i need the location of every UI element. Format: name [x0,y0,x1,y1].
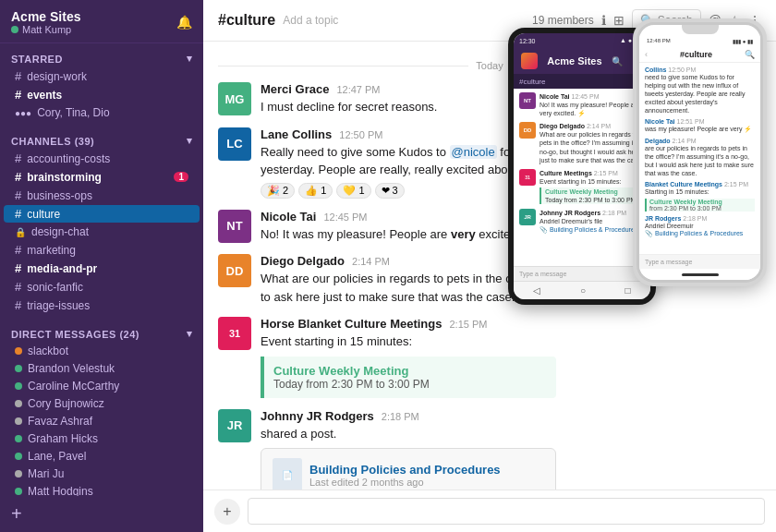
dm-avatar [15,435,22,442]
reactions: 🎉 2 👍 1 💛 1 ❤ 3 [261,183,761,199]
hash-icon: # [15,298,21,312]
member-count: 19 members [532,14,594,27]
message-row: LC Lane Collins 12:50 PM Really need to … [218,127,761,199]
sidebar-item-mari[interactable]: Mari Ju [4,466,200,482]
sidebar-item-sonic-fanfic[interactable]: # sonic-fanfic [4,278,200,296]
dm-avatar [15,488,22,495]
channels-section-title[interactable]: CHANNELS (39) ▾ [0,133,203,149]
sidebar-item-triage-issues[interactable]: # triage-issues [4,296,200,314]
reaction[interactable]: 🎉 2 [261,183,295,199]
dm-name: Mari Ju [28,467,64,480]
add-topic[interactable]: Add a topic [283,14,338,27]
sidebar-item-label: sonic-fanfic [27,281,83,294]
channels-section: CHANNELS (39) ▾ # accounting-costs # bra… [0,126,203,319]
search-box[interactable]: 🔍 Search [632,9,701,31]
sidebar-item-label: design-work [27,70,87,83]
search-icon: 🔍 [640,14,654,27]
message-content: Johnny JR Rodgers 2:18 PM shared a post.… [261,409,761,490]
message-header: Lane Collins 12:50 PM [261,127,761,141]
avatar: JR [218,409,251,442]
search-label: Search [658,14,693,27]
file-attachment: 📄 Building Policies and Procedures Last … [261,448,556,490]
sidebar-item-label: business-ops [27,189,92,202]
sidebar-item-label: triage-issues [27,299,90,312]
status-dot [11,26,18,33]
dm-section-title[interactable]: DIRECT MESSAGES (24) ▾ [0,326,203,342]
message-header: Diego Delgado 2:14 PM [261,254,761,268]
message-row: 31 Horse Blanket Culture Meetings 2:15 P… [218,317,761,398]
user-status: Matt Kump [11,24,80,35]
dm-avatar [15,470,22,478]
message-input[interactable] [248,498,765,525]
starred-section-title[interactable]: STARRED ▾ [0,51,203,66]
sidebar-item-label: brainstorming [27,171,102,184]
dm-name: Brandon Velestuk [28,362,115,375]
message-text: Event starting in 15 minutes: [261,332,761,351]
reaction[interactable]: 💛 1 [336,183,370,199]
dm-avatar [15,382,22,390]
file-info: Building Policies and Procedures Last ed… [309,463,501,488]
message-text: shared a post. [261,425,761,443]
message-row: DD Diego Delgado 2:14 PM What are our po… [218,254,761,306]
hash-icon: # [15,280,21,294]
hash-icon: # [15,88,21,102]
dm-name: Caroline McCarthy [28,380,119,393]
dm-avatar [15,400,22,407]
sidebar-item-favaz[interactable]: Favaz Ashraf [4,413,200,429]
at-icon[interactable]: @ [709,13,721,28]
reaction[interactable]: 👍 1 [298,183,333,199]
sidebar-item-cory[interactable]: Cory Bujnowicz [4,395,200,412]
sidebar-item-events[interactable]: # events [4,86,200,103]
hash-icon: # [15,207,21,221]
meeting-time-text: Today from 2:30 PM to 3:00 PM [273,378,547,391]
message-content: Nicole Tai 12:45 PM No! It was my pleasu… [261,210,761,244]
star-icon[interactable]: ☆ [729,13,741,28]
sidebar-item-brainstorming[interactable]: # brainstorming 1 [4,168,200,186]
sidebar-item-matt[interactable]: Matt Hodgins [4,483,200,496]
main-chat: #culture Add a topic 19 members ℹ ⊞ 🔍 Se… [203,0,776,532]
hash-icon: # [15,170,21,184]
dm-dots: ●●● [15,108,31,118]
sidebar-item-business-ops[interactable]: # business-ops [4,187,200,204]
sidebar-item-marketing[interactable]: # marketing [4,241,200,259]
bell-icon[interactable]: 🔔 [176,15,192,30]
sidebar-item-slackbot[interactable]: slackbot [4,343,200,359]
message-row: NT Nicole Tai 12:45 PM No! It was my ple… [218,210,761,244]
username: Matt Kump [22,24,71,35]
unread-badge: 1 [174,172,188,182]
dm-avatar [15,365,22,372]
dm-section: DIRECT MESSAGES (24) ▾ slackbot Brandon … [0,319,203,496]
meeting-title[interactable]: Culture Weekly Meeting [273,364,547,378]
lock-icon: 🔒 [15,227,26,237]
file-icon: 📄 [273,458,302,490]
sidebar-item-lane-pavel[interactable]: Lane, Pavel [4,448,200,465]
message-content: Lane Collins 12:50 PM Really need to giv… [261,127,761,199]
workspace-name[interactable]: Acme Sites [11,9,80,24]
attach-button[interactable]: + [214,499,240,525]
message-time: 12:47 PM [336,84,380,95]
dm-name: Cory Bujnowicz [28,397,104,410]
sidebar-item-caroline[interactable]: Caroline McCarthy [4,378,200,394]
avatar: MG [218,82,251,115]
sidebar-item-media-and-pr[interactable]: # media-and-pr [4,260,200,277]
sidebar-item-cory-tina-dio[interactable]: ●●● Cory, Tina, Dio [4,104,200,121]
file-name[interactable]: Building Policies and Procedures [309,463,501,477]
reaction[interactable]: ❤ 3 [375,183,405,199]
message-time: 12:45 PM [323,212,367,223]
more-icon[interactable]: ⋮ [748,13,761,28]
sidebar-item-label: culture [27,208,60,221]
sidebar-item-design-work[interactable]: # design-work [4,67,200,85]
starred-section: STARRED ▾ # design-work # events ●●● Cor… [0,43,203,126]
sidebar-item-accounting-costs[interactable]: # accounting-costs [4,150,200,167]
message-time: 12:50 PM [339,129,382,140]
sidebar-item-graham[interactable]: Graham Hicks [4,430,200,447]
sidebar-item-brandon[interactable]: Brandon Velestuk [4,360,200,377]
add-channel-button[interactable]: + [0,496,203,532]
info-icon[interactable]: ℹ [601,13,606,28]
message-content: Diego Delgado 2:14 PM What are our polic… [261,254,761,306]
layout-icon[interactable]: ⊞ [613,13,624,28]
sidebar-item-label: marketing [27,244,76,257]
message-author: Lane Collins [261,127,332,141]
sidebar-item-design-chat[interactable]: 🔒 design-chat [4,224,200,240]
sidebar-item-culture[interactable]: # culture [4,205,200,223]
